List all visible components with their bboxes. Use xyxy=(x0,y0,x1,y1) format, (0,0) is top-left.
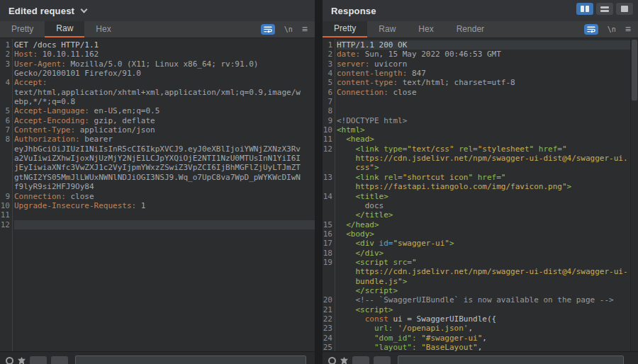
code-line[interactable]: <body> xyxy=(337,229,630,239)
code-line[interactable]: https://cdn.jsdelivr.net/npm/swagger-ui-… xyxy=(337,154,630,163)
code-line[interactable]: Accept-Language: en-US,en;q=0.5 xyxy=(14,106,315,115)
code-line[interactable] xyxy=(14,220,315,229)
code-line[interactable]: <title> xyxy=(337,192,630,201)
request-search-bar xyxy=(0,351,315,364)
response-editor[interactable]: 1HTTP/1.1 200 OK2date: Sun, 15 May 2022 … xyxy=(323,39,630,351)
code-line[interactable]: content-length: 847 xyxy=(337,69,630,78)
vertical-scrollbar[interactable] xyxy=(630,39,638,351)
code-line[interactable]: server: uvicorn xyxy=(337,59,630,69)
code-line[interactable]: date: Sun, 15 May 2022 00:46:53 GMT xyxy=(337,50,630,59)
word-wrap-icon[interactable] xyxy=(261,24,275,35)
code-line[interactable]: Accept: xyxy=(14,78,315,87)
line-number xyxy=(0,144,10,154)
tab-raw[interactable]: Raw xyxy=(45,21,84,38)
tab-raw[interactable]: Raw xyxy=(367,21,407,38)
code-line[interactable]: https://cdn.jsdelivr.net/npm/swagger-ui-… xyxy=(337,267,630,276)
code-line[interactable]: <link type="text/css" rel="stylesheet" h… xyxy=(337,144,630,154)
code-line[interactable]: <script src=" xyxy=(337,258,630,267)
code-line[interactable]: <head> xyxy=(337,135,630,144)
scrollbar-thumb[interactable] xyxy=(632,40,637,101)
tab-pretty[interactable]: Pretty xyxy=(0,21,45,38)
code-row: 17 <div id="swagger-ui"> xyxy=(323,239,630,248)
code-row: 2Host: 10.10.11.162 xyxy=(0,50,315,59)
newline-toggle[interactable]: \n xyxy=(608,25,616,33)
search-toolbar-button[interactable] xyxy=(374,356,391,364)
code-line[interactable]: </head> xyxy=(337,220,630,229)
search-input[interactable] xyxy=(75,356,306,364)
search-settings-icon[interactable] xyxy=(340,357,348,364)
code-line[interactable]: </script> xyxy=(337,286,630,295)
code-line[interactable]: <!-- `SwaggerUIBundle` is now available … xyxy=(337,295,630,305)
code-line[interactable]: gtNGI2YS05MmJlLWUxNWNlNDJiOGI3NSJ9.Wq_o7… xyxy=(14,173,315,182)
code-line[interactable]: <html> xyxy=(337,125,630,135)
search-settings-icon[interactable] xyxy=(18,357,26,364)
search-toolbar-button[interactable] xyxy=(30,356,47,364)
code-line[interactable]: Connection: close xyxy=(337,88,630,97)
tab-hex[interactable]: Hex xyxy=(407,21,444,38)
code-line[interactable] xyxy=(14,210,315,220)
search-icon[interactable] xyxy=(6,357,13,364)
code-line[interactable]: https://fastapi.tiangolo.com/img/favicon… xyxy=(337,182,630,191)
code-line[interactable]: HTTP/1.1 200 OK xyxy=(337,40,630,50)
code-line[interactable]: "dom_id": "#swagger-ui", xyxy=(337,334,630,343)
columns-layout-button[interactable] xyxy=(576,3,593,15)
hamburger-menu-icon[interactable]: ≡ xyxy=(302,24,308,34)
code-line[interactable]: Authorization: bearer xyxy=(14,135,315,144)
code-line[interactable]: </div> xyxy=(337,249,630,258)
code-line[interactable]: <div id="swagger-ui"> xyxy=(337,239,630,248)
line-number: 1 xyxy=(323,40,332,50)
search-toolbar-button[interactable] xyxy=(51,356,68,364)
rows-layout-button[interactable] xyxy=(596,3,613,15)
newline-toggle[interactable]: \n xyxy=(284,25,293,33)
tab-pretty[interactable]: Pretty xyxy=(323,21,367,38)
search-icon[interactable] xyxy=(328,357,336,364)
code-line[interactable]: css"> xyxy=(337,163,630,172)
tab-hex[interactable]: Hex xyxy=(84,21,122,38)
chevron-down-icon[interactable] xyxy=(81,6,88,13)
search-toolbar-button[interactable] xyxy=(352,356,369,364)
code-line[interactable]: GET /docs HTTP/1.1 xyxy=(14,40,315,50)
search-input[interactable] xyxy=(398,356,624,364)
code-line[interactable]: <!DOCTYPE html> xyxy=(337,116,630,125)
code-line[interactable]: const ui = SwaggerUIBundle({ xyxy=(337,314,630,324)
code-line[interactable]: Connection: close xyxy=(14,192,315,201)
code-line[interactable]: text/html,application/xhtml+xml,applicat… xyxy=(14,88,315,97)
hamburger-menu-icon[interactable]: ≡ xyxy=(625,24,631,34)
code-row: </title> xyxy=(323,210,630,220)
code-line[interactable]: Upgrade-Insecure-Requests: 1 xyxy=(14,201,315,210)
line-number: 10 xyxy=(0,201,10,210)
code-line[interactable]: bundle.js"> xyxy=(337,277,630,286)
line-number: 18 xyxy=(323,249,332,258)
code-line[interactable] xyxy=(337,106,630,115)
line-number: 21 xyxy=(323,305,332,314)
code-line[interactable]: <link rel="shortcut icon" href=" xyxy=(337,173,630,182)
line-number: 17 xyxy=(323,239,332,248)
code-line[interactable]: <script> xyxy=(337,305,630,314)
line-number: 1 xyxy=(0,40,10,50)
tab-render[interactable]: Render xyxy=(445,21,496,38)
code-line[interactable]: f9lyR9si2HFJ9Oy84 xyxy=(14,182,315,191)
code-row: 6Connection: close xyxy=(323,88,630,97)
line-number: 10 xyxy=(323,125,332,135)
request-editor[interactable]: 1GET /docs HTTP/1.12Host: 10.10.11.1623U… xyxy=(0,39,315,351)
line-number: 12 xyxy=(0,220,10,229)
code-line[interactable]: Content-Type: application/json xyxy=(14,125,315,135)
word-wrap-icon[interactable] xyxy=(584,24,598,35)
code-line[interactable]: Gecko/20100101 Firefox/91.0 xyxy=(14,69,315,78)
code-line[interactable]: Host: 10.10.11.162 xyxy=(14,50,315,59)
code-line[interactable] xyxy=(337,97,630,106)
edited-request-tabbar: PrettyRawHex \n ≡ xyxy=(0,21,315,38)
code-line[interactable]: jEyIiwiaXNfc3VwZXJ1c2VyIjpmYWxzZSwiZ3VpZ… xyxy=(14,163,315,172)
single-pane-layout-button[interactable] xyxy=(616,3,633,15)
code-line[interactable]: docs xyxy=(337,201,630,210)
code-line[interactable]: ebp,*/*;q=0.8 xyxy=(14,97,315,106)
code-line[interactable]: url: '/openapi.json', xyxy=(337,324,630,333)
two-rows-icon xyxy=(600,6,609,12)
code-line[interactable]: User-Agent: Mozilla/5.0 (X11; Linux x86_… xyxy=(14,59,315,69)
code-line[interactable]: eyJhbGciOiJIUzI1NiIsInR5cCI6IkpXVCJ9.eyJ… xyxy=(14,144,315,154)
code-line[interactable]: Accept-Encoding: gzip, deflate xyxy=(14,116,315,125)
code-line[interactable]: "layout": "BaseLayout", xyxy=(337,343,630,351)
code-line[interactable]: </title> xyxy=(337,210,630,220)
code-line[interactable]: a2VuIiwiZXhwIjoxNjUzMjY2NjE1LCJpYXQiOjE2… xyxy=(14,154,315,163)
code-line[interactable]: content-type: text/html; charset=utf-8 xyxy=(337,78,630,87)
